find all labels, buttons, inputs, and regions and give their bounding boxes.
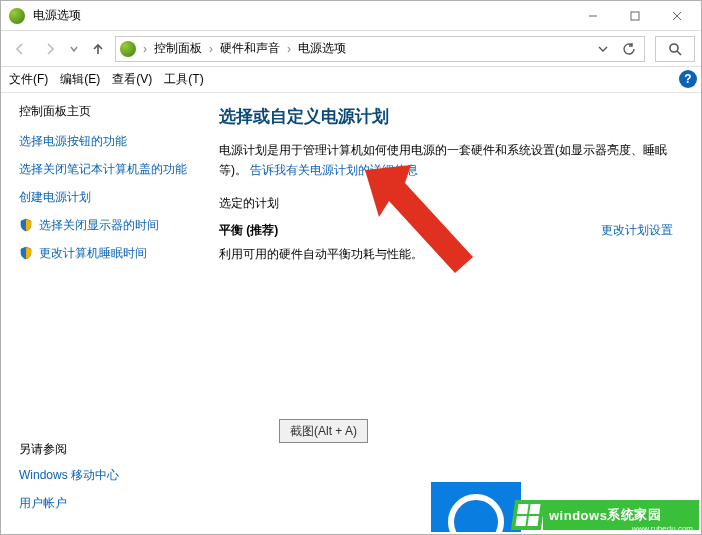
plan-name: 平衡 (推荐) <box>219 222 278 239</box>
crumb-sep: › <box>284 42 294 56</box>
see-also: 另请参阅 Windows 移动中心 用户帐户 <box>19 441 189 522</box>
page-heading: 选择或自定义电源计划 <box>219 105 673 128</box>
sidebar-link-power-buttons[interactable]: 选择电源按钮的功能 <box>19 132 189 150</box>
menubar: 文件(F) 编辑(E) 查看(V) 工具(T) ? <box>1 67 701 93</box>
crumb-sep: › <box>140 42 150 56</box>
change-plan-settings-link[interactable]: 更改计划设置 <box>601 222 673 239</box>
menu-edit[interactable]: 编辑(E) <box>56 69 104 90</box>
shield-icon <box>19 246 33 260</box>
app-icon <box>9 8 25 24</box>
desc-more-link[interactable]: 告诉我有关电源计划的详细信息 <box>250 163 418 177</box>
sidebar-link-create-plan[interactable]: 创建电源计划 <box>19 188 189 206</box>
windows-flag-icon <box>511 500 545 530</box>
help-icon[interactable]: ? <box>679 70 697 88</box>
sidebar-home[interactable]: 控制面板主页 <box>19 103 189 120</box>
svg-rect-1 <box>631 12 639 20</box>
plan-row: 平衡 (推荐) 更改计划设置 <box>219 222 673 239</box>
sidebar-link-sleep-time[interactable]: 更改计算机睡眠时间 <box>19 244 189 262</box>
see-also-mobility-center[interactable]: Windows 移动中心 <box>19 466 189 484</box>
menu-tools[interactable]: 工具(T) <box>160 69 207 90</box>
shield-icon <box>19 218 33 232</box>
main-content: 选择或自定义电源计划 电源计划是用于管理计算机如何使用电源的一套硬件和系统设置(… <box>201 93 701 534</box>
address-icon <box>120 41 136 57</box>
address-bar[interactable]: › 控制面板 › 硬件和声音 › 电源选项 <box>115 36 645 62</box>
page-description: 电源计划是用于管理计算机如何使用电源的一套硬件和系统设置(如显示器亮度、睡眠等)… <box>219 140 673 181</box>
history-dropdown[interactable] <box>67 44 81 54</box>
search-box[interactable] <box>655 36 695 62</box>
menu-file[interactable]: 文件(F) <box>5 69 52 90</box>
plan-description: 利用可用的硬件自动平衡功耗与性能。 <box>219 245 673 264</box>
maximize-button[interactable] <box>615 4 655 28</box>
crumb-control-panel[interactable]: 控制面板 <box>154 40 202 57</box>
forward-button[interactable] <box>37 36 63 62</box>
crumb-sep: › <box>206 42 216 56</box>
see-also-user-accounts[interactable]: 用户帐户 <box>19 494 189 512</box>
minimize-button[interactable] <box>573 4 613 28</box>
crumb-power-options[interactable]: 电源选项 <box>298 40 346 57</box>
sidebar-link-label: 更改计算机睡眠时间 <box>39 244 147 262</box>
back-button[interactable] <box>7 36 33 62</box>
watermark: windows系统家园 www.ruhedu.com <box>513 498 699 532</box>
svg-point-5 <box>670 44 678 52</box>
up-button[interactable] <box>85 36 111 62</box>
navbar: › 控制面板 › 硬件和声音 › 电源选项 <box>1 31 701 67</box>
address-dropdown[interactable] <box>592 38 614 60</box>
svg-line-6 <box>677 51 681 55</box>
crumb-hardware-sound[interactable]: 硬件和声音 <box>220 40 280 57</box>
cortana-icon <box>431 472 521 532</box>
sidebar: 控制面板主页 选择电源按钮的功能 选择关闭笔记本计算机盖的功能 创建电源计划 选… <box>1 93 201 534</box>
screenshot-label: 截图(Alt + A) <box>290 423 357 440</box>
watermark-url: www.ruhedu.com <box>632 524 693 533</box>
menu-view[interactable]: 查看(V) <box>108 69 156 90</box>
screenshot-button[interactable]: 截图(Alt + A) <box>279 419 368 443</box>
selected-plan-label: 选定的计划 <box>219 195 673 212</box>
refresh-button[interactable] <box>618 38 640 60</box>
sidebar-link-display-off[interactable]: 选择关闭显示器的时间 <box>19 216 189 234</box>
body: 控制面板主页 选择电源按钮的功能 选择关闭笔记本计算机盖的功能 创建电源计划 选… <box>1 93 701 534</box>
close-button[interactable] <box>657 4 697 28</box>
sidebar-link-close-lid[interactable]: 选择关闭笔记本计算机盖的功能 <box>19 160 189 178</box>
see-also-heading: 另请参阅 <box>19 441 189 458</box>
window-title: 电源选项 <box>33 7 573 24</box>
sidebar-link-label: 选择关闭显示器的时间 <box>39 216 159 234</box>
titlebar: 电源选项 <box>1 1 701 31</box>
